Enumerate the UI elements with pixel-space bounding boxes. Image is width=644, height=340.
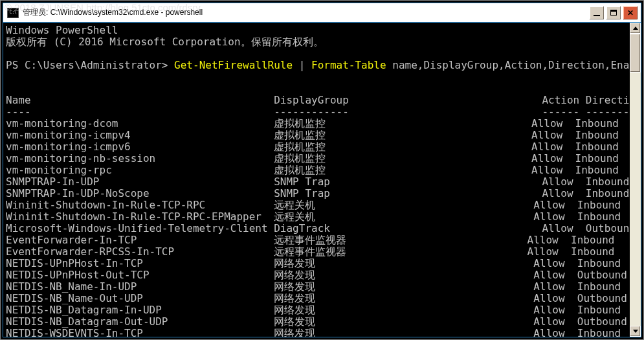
scroll-up-button[interactable] <box>630 23 641 34</box>
table-row: EventForwarder-In-TCP 远程事件监视器 Allow Inbo… <box>6 234 641 246</box>
table-row: vm-monitoring-icmpv4 虚拟机监控 Allow Inbound… <box>6 129 641 141</box>
cmdlet-format: Format-Table <box>311 59 386 71</box>
cmdlet-get: Get-NetFirewallRule <box>174 59 293 71</box>
table-row: NETDIS-NB_Datagram-Out-UDP 网络发现 Allow Ou… <box>6 315 641 328</box>
scroll-track[interactable] <box>630 34 641 326</box>
table-row: Microsoft-Windows-Unified-Telemetry-Clie… <box>6 222 641 234</box>
table-row: NETDIS-UPnPHost-Out-TCP 网络发现 Allow Outbo… <box>6 269 641 281</box>
table-row: vm-monitoring-dcom 虚拟机监控 Allow Inbound F… <box>6 117 641 130</box>
minimize-button[interactable] <box>589 6 605 20</box>
table-row: NETDIS-NB_Name-In-UDP 网络发现 Allow Inbound… <box>6 280 641 293</box>
table-row: NETDIS-NB_Name-Out-UDP 网络发现 Allow Outbou… <box>6 292 641 304</box>
table-row: EventForwarder-RPCSS-In-TCP 远程事件监视器 Allo… <box>6 245 641 258</box>
table-row: Wininit-Shutdown-In-Rule-TCP-RPC 远程关机 Al… <box>6 199 641 211</box>
cmd-icon: C:\ <box>7 8 19 18</box>
console-window: C:\ 管理员: C:\Windows\system32\cmd.exe - p… <box>3 3 641 337</box>
window-title: 管理员: C:\Windows\system32\cmd.exe - power… <box>23 7 589 18</box>
table-header: Name DisplayGroup Action Direction Enabl… <box>6 94 641 106</box>
chevron-down-icon <box>633 330 638 333</box>
close-button[interactable]: ✕ <box>623 6 638 20</box>
scroll-down-button[interactable] <box>630 326 641 337</box>
table-row: SNMPTRAP-In-UDP-NoScope SNMP Trap Allow … <box>6 187 641 199</box>
table-row: vm-monitoring-rpc 虚拟机监控 Allow Inbound Fa… <box>6 164 641 176</box>
table-row: SNMPTRAP-In-UDP SNMP Trap Allow Inbound … <box>6 176 641 188</box>
terminal-area[interactable]: Windows PowerShell 版权所有 (C) 2016 Microso… <box>3 23 641 337</box>
prompt-path: PS C:\Users\Administrator> <box>6 59 174 71</box>
window-controls: ✕ <box>589 6 638 20</box>
table-row: Wininit-Shutdown-In-Rule-TCP-RPC-EPMappe… <box>6 210 641 223</box>
scroll-thumb[interactable] <box>630 34 641 73</box>
vertical-scrollbar[interactable] <box>630 23 641 337</box>
screenshot-frame: © 2018 ZJUNSEN http://blog.51cto.com/rds… <box>0 0 644 340</box>
header-line2: 版权所有 (C) 2016 Microsoft Corporation。保留所有… <box>6 36 324 48</box>
table-row: vm-monitoring-icmpv6 虚拟机监控 Allow Inbound… <box>6 141 641 153</box>
table-row: NETDIS-NB_Datagram-In-UDP 网络发现 Allow Inb… <box>6 304 641 316</box>
table-header-sep: ---- ------------ ------ --------- -----… <box>6 106 641 118</box>
table-row: NETDIS-UPnPHost-In-TCP 网络发现 Allow Inboun… <box>6 257 641 269</box>
close-icon: ✕ <box>627 9 634 17</box>
cmd-args: name,DisplayGroup,Action,Direction,Enabl… <box>386 59 641 71</box>
table-row: vm-monitoring-nb-session 虚拟机监控 Allow Inb… <box>6 152 641 164</box>
maximize-icon <box>610 10 617 16</box>
table-row: NETDIS-WSDEVNTS-In-TCP 网络发现 Allow Inboun… <box>6 327 641 337</box>
chevron-up-icon <box>633 27 638 30</box>
header-line1: Windows PowerShell <box>6 24 118 36</box>
minimize-icon <box>594 15 600 16</box>
maximize-button[interactable] <box>606 6 621 20</box>
titlebar[interactable]: C:\ 管理员: C:\Windows\system32\cmd.exe - p… <box>3 3 641 23</box>
